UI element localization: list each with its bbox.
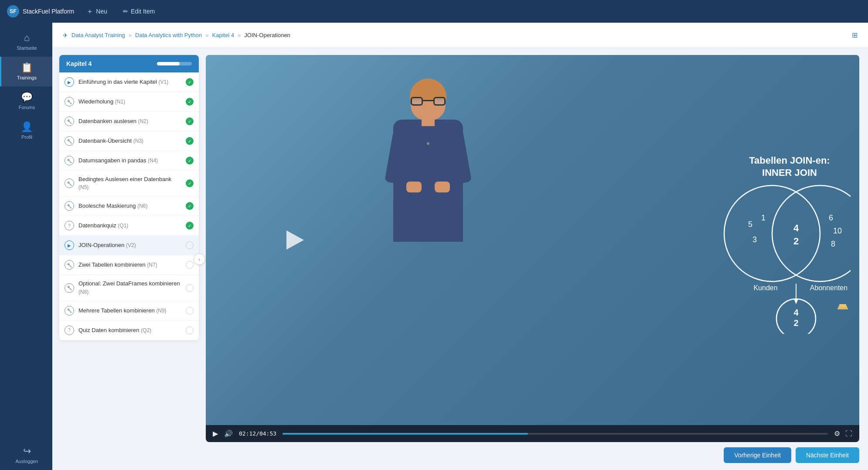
svg-rect-19: [837, 308, 848, 309]
sidebar-item-trainings[interactable]: 📋 Trainings: [0, 57, 52, 86]
svg-text:Abonnenten: Abonnenten: [810, 284, 848, 292]
lesson-title-8: Datenbankquiz (Q1): [78, 222, 181, 230]
breadcrumb-current: JOIN-Operationen: [244, 32, 290, 38]
video-progress-fill: [283, 433, 528, 435]
content-area: ✈ Data Analyst Training » Data Analytics…: [52, 23, 868, 470]
lesson-icon-wrench-2: 🔧: [65, 97, 74, 106]
video-presenter: [206, 55, 650, 425]
lesson-title-5: Datumsangaben in pandas (N4): [78, 157, 181, 165]
lesson-item-6[interactable]: 🔧 Bedingtes Auslesen einer Datenbank (N5…: [59, 171, 199, 196]
lesson-check-1: ✓: [186, 78, 194, 86]
svg-rect-21: [839, 304, 846, 306]
lesson-circle-12: [186, 307, 194, 315]
sidebar-item-ausloggen[interactable]: ↪ Ausloggen: [0, 440, 52, 470]
controls-right: ⚙ ⛶: [834, 429, 852, 438]
breadcrumb-item-1[interactable]: Data Analyst Training: [71, 32, 125, 38]
lesson-circle-9: [186, 241, 194, 249]
lesson-item-9[interactable]: ▶ JOIN-Operationen (V2): [59, 236, 199, 255]
lesson-check-5: ✓: [186, 157, 194, 165]
edit-item-button[interactable]: ✏ Edit Item: [119, 6, 158, 17]
lesson-title-9: JOIN-Operationen (V2): [78, 241, 181, 249]
svg-text:6: 6: [829, 213, 833, 222]
lesson-title-2: Wiederholung (N1): [78, 98, 181, 106]
lesson-title-1: Einführung in das vierte Kapitel (V1): [78, 78, 181, 86]
sidebar-item-startseite[interactable]: ⌂ Startseite: [0, 27, 52, 57]
home-icon: ⌂: [24, 33, 30, 43]
svg-marker-15: [794, 299, 798, 304]
topbar: SF StackFuel Platform ＋ Neu ✏ Edit Item: [0, 0, 868, 23]
lesson-title-6: Bedingtes Auslesen einer Datenbank (N5): [78, 175, 181, 191]
video-container: Tabellen JOIN-en: INNER JOIN 5 1 3: [206, 55, 859, 425]
time-total: 04:53: [259, 430, 276, 437]
lesson-item-3[interactable]: 🔧 Datenbanken auslesen (N2) ✓: [59, 112, 199, 131]
new-button[interactable]: ＋ Neu: [83, 5, 111, 18]
svg-rect-20: [838, 306, 847, 308]
play-button[interactable]: ▶: [213, 429, 218, 438]
lesson-icon-wrench-11: 🔧: [65, 283, 74, 293]
breadcrumb: ✈ Data Analyst Training » Data Analytics…: [63, 32, 290, 39]
main-content: Kapitel 4 ▶ Einführung in das vierte Kap…: [52, 48, 868, 470]
lesson-check-3: ✓: [186, 117, 194, 125]
video-progress-bar[interactable]: [283, 433, 828, 435]
next-unit-button[interactable]: Nächste Einheit: [796, 447, 859, 463]
venn-svg: Tabellen JOIN-en: INNER JOIN 5 1 3: [659, 146, 851, 334]
lesson-item-1[interactable]: ▶ Einführung in das vierte Kapitel (V1) …: [59, 72, 199, 92]
lesson-icon-wrench-5: 🔧: [65, 156, 74, 165]
sidebar-label-forums: Forums: [19, 105, 35, 110]
lesson-check-7: ✓: [186, 202, 194, 210]
chapter-progress-bar: [157, 62, 192, 65]
lesson-circle-10: [186, 261, 194, 269]
lesson-title-12: Mehrere Tabellen kombinieren (N9): [78, 307, 181, 315]
sidebar-label-profil: Profil: [21, 134, 32, 140]
lesson-item-11[interactable]: 🔧 Optional: Zwei DataFrames kombinieren …: [59, 275, 199, 301]
chapter-title: Kapitel 4: [66, 60, 92, 67]
settings-button[interactable]: ⚙: [834, 429, 840, 438]
breadcrumb-sep-1: »: [129, 32, 132, 38]
lesson-icon-play-9: ▶: [65, 240, 74, 250]
video-panel: Tabellen JOIN-en: INNER JOIN 5 1 3: [206, 55, 859, 463]
lesson-item-12[interactable]: 🔧 Mehrere Tabellen kombinieren (N9): [59, 301, 199, 321]
breadcrumb-item-3[interactable]: Kapitel 4: [212, 32, 235, 38]
svg-text:INNER JOIN: INNER JOIN: [762, 167, 817, 178]
lesson-icon-wrench-12: 🔧: [65, 306, 74, 316]
video-controls: ▶ 🔊 02:12/04:53 ⚙ ⛶: [206, 425, 859, 442]
lesson-item-13[interactable]: ? Quiz Daten kombinieren (Q2): [59, 321, 199, 340]
play-pause-overlay[interactable]: [284, 229, 306, 251]
expand-icon[interactable]: ⊞: [852, 31, 858, 39]
lesson-title-10: Zwei Tabellen kombinieren (N7): [78, 261, 181, 269]
main-layout: ⌂ Startseite 📋 Trainings 💬 Forums 👤 Prof…: [0, 23, 868, 470]
chapter-progress-fill: [157, 62, 180, 65]
breadcrumb-sep-3: »: [238, 32, 241, 38]
lesson-title-4: Datenbank-Übersicht (N3): [78, 137, 181, 145]
breadcrumb-item-2[interactable]: Data Analytics with Python: [135, 32, 202, 38]
trainings-icon: 📋: [21, 63, 33, 72]
prev-unit-button[interactable]: Vorherige Einheit: [724, 447, 791, 463]
app-logo: SF StackFuel Platform: [7, 5, 74, 17]
svg-text:Tabellen JOIN-en:: Tabellen JOIN-en:: [749, 155, 830, 166]
lesson-item-10[interactable]: 🔧 Zwei Tabellen kombinieren (N7): [59, 255, 199, 275]
pencil-icon: ✏: [123, 8, 128, 15]
fullscreen-button[interactable]: ⛶: [845, 430, 852, 438]
lesson-panel-wrapper: Kapitel 4 ▶ Einführung in das vierte Kap…: [59, 55, 199, 463]
volume-button[interactable]: 🔊: [224, 429, 233, 438]
svg-text:5: 5: [748, 220, 752, 229]
lesson-list: ▶ Einführung in das vierte Kapitel (V1) …: [59, 72, 199, 340]
collapse-panel-button[interactable]: ‹: [194, 254, 205, 265]
lesson-icon-wrench-4: 🔧: [65, 136, 74, 146]
sidebar-item-forums[interactable]: 💬 Forums: [0, 86, 52, 116]
chapter-header: Kapitel 4: [59, 55, 199, 72]
app-name: StackFuel Platform: [23, 8, 74, 15]
navigation-buttons: Vorherige Einheit Nächste Einheit: [206, 442, 859, 463]
lesson-item-2[interactable]: 🔧 Wiederholung (N1) ✓: [59, 92, 199, 112]
svg-text:Kunden: Kunden: [753, 284, 777, 292]
lesson-item-8[interactable]: ? Datenbankquiz (Q1) ✓: [59, 216, 199, 236]
lesson-icon-question-13: ?: [65, 326, 74, 335]
forums-icon: 💬: [21, 93, 33, 102]
sidebar-item-profil[interactable]: 👤 Profil: [0, 116, 52, 146]
lesson-item-5[interactable]: 🔧 Datumsangaben in pandas (N4) ✓: [59, 151, 199, 171]
lesson-item-7[interactable]: 🔧 Boolesche Maskierung (N6) ✓: [59, 196, 199, 216]
lesson-title-7: Boolesche Maskierung (N6): [78, 202, 181, 210]
lesson-icon-wrench-7: 🔧: [65, 201, 74, 211]
lesson-check-6: ✓: [186, 179, 194, 187]
lesson-item-4[interactable]: 🔧 Datenbank-Übersicht (N3) ✓: [59, 131, 199, 151]
